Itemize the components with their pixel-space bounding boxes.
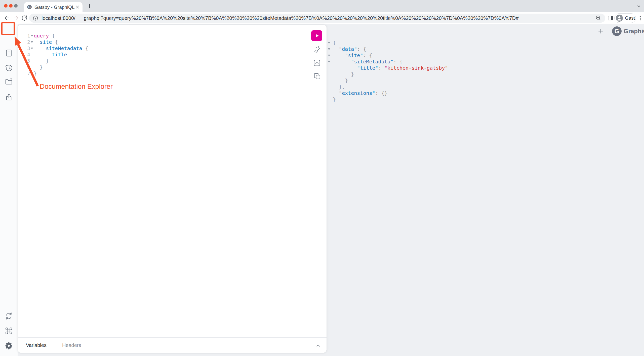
graphiql-logo-icon: G xyxy=(612,26,622,36)
new-tab-button[interactable] xyxy=(87,3,92,9)
code-text: site { xyxy=(34,39,58,45)
line-number: 7 xyxy=(18,70,30,77)
refetch-schema-icon[interactable] xyxy=(5,312,13,320)
browser-tab[interactable]: G Gatsby - GraphiQL xyxy=(24,2,83,12)
history-icon[interactable] xyxy=(5,63,13,72)
back-button[interactable] xyxy=(4,15,10,21)
code-text: } xyxy=(333,77,348,84)
add-tab-button[interactable] xyxy=(597,28,604,34)
browser-toolbar: localhost:8000/___graphql?query=query%20… xyxy=(0,12,644,24)
play-icon xyxy=(313,32,320,39)
code-text: "data": { xyxy=(333,46,366,52)
query-code-line[interactable]: 5 } xyxy=(18,58,88,64)
tab-search-chevron-icon[interactable] xyxy=(636,4,641,9)
editor-tools: Variables Headers xyxy=(18,337,327,353)
browser-menu-button[interactable] xyxy=(637,15,643,21)
code-text: "site": { xyxy=(333,52,372,59)
query-editor[interactable]: 1query {2 site {3 siteMetadata {4 title5… xyxy=(18,33,88,77)
code-text: } xyxy=(333,96,336,103)
fold-toggle xyxy=(30,52,34,58)
query-code-line[interactable]: 2 site { xyxy=(18,39,88,45)
line-number: 3 xyxy=(18,45,30,52)
window-close-button[interactable] xyxy=(4,4,8,8)
code-text: } xyxy=(34,58,49,64)
copy-icon[interactable] xyxy=(313,72,321,80)
fold-toggle xyxy=(30,58,34,64)
url-text: localhost:8000/___graphql?query=query%20… xyxy=(42,15,595,21)
line-number: 6 xyxy=(18,64,30,70)
fold-toggle xyxy=(30,70,34,77)
profile-label: Gast xyxy=(625,15,635,21)
response-code-line: } xyxy=(328,77,448,84)
graphiql-logo-label: GraphiQL xyxy=(624,28,644,35)
code-text: } xyxy=(34,64,43,70)
fold-toggle[interactable] xyxy=(328,59,333,65)
line-number: 5 xyxy=(18,58,30,64)
response-code-line: "extensions": {} xyxy=(328,90,448,96)
line-number: 4 xyxy=(18,52,30,58)
forward-button[interactable] xyxy=(13,15,19,21)
address-bar[interactable]: localhost:8000/___graphql?query=query%20… xyxy=(29,14,605,23)
fold-toggle[interactable] xyxy=(30,45,34,52)
fold-toggle[interactable] xyxy=(30,39,34,45)
fold-toggle xyxy=(328,84,333,90)
code-text: "extensions": {} xyxy=(333,90,387,96)
line-number: 1 xyxy=(18,33,30,39)
code-text: }, xyxy=(333,84,345,90)
window-minimize-button[interactable] xyxy=(9,4,13,8)
tab-strip: G Gatsby - GraphiQL xyxy=(0,0,644,12)
zoom-indicator-icon[interactable] xyxy=(595,15,602,21)
annotation-label: Documentation Explorer xyxy=(40,83,113,91)
graphiql-app: 1query {2 site {3 siteMetadata {4 title5… xyxy=(0,24,644,356)
graphiql-sidebar xyxy=(0,24,18,356)
variables-tab[interactable]: Variables xyxy=(26,342,47,348)
merge-icon[interactable] xyxy=(313,59,321,67)
fold-toggle[interactable] xyxy=(328,46,333,52)
query-code-line[interactable]: 7} xyxy=(18,70,88,77)
fold-toggle xyxy=(328,77,333,84)
side-panel-button[interactable] xyxy=(607,15,614,21)
tab-close-icon[interactable] xyxy=(75,5,79,9)
query-session-pane: 1query {2 site {3 siteMetadata {4 title5… xyxy=(18,25,327,353)
response-code-line: "site": { xyxy=(328,52,448,59)
headers-tab[interactable]: Headers xyxy=(62,342,81,348)
fold-toggle xyxy=(328,96,333,103)
fold-toggle[interactable] xyxy=(328,52,333,59)
query-code-line[interactable]: 3 siteMetadata { xyxy=(18,45,88,52)
response-code-line: } xyxy=(328,96,448,103)
site-info-icon[interactable] xyxy=(32,15,38,21)
line-number: 2 xyxy=(18,39,30,45)
docs-explorer-icon[interactable] xyxy=(5,49,13,57)
response-code-line: { xyxy=(328,40,448,46)
tab-favicon-gatsby-icon: G xyxy=(27,5,32,9)
code-text: "title": "kitchen-sink-gatsby" xyxy=(333,65,448,71)
query-code-line[interactable]: 6 } xyxy=(18,64,88,70)
query-code-line[interactable]: 4 title xyxy=(18,52,88,58)
settings-icon[interactable] xyxy=(5,341,13,350)
prettify-icon[interactable] xyxy=(313,45,321,53)
code-text: siteMetadata { xyxy=(34,45,88,52)
fold-toggle xyxy=(328,90,333,96)
profile-button[interactable]: Gast xyxy=(614,13,636,23)
execute-query-button[interactable] xyxy=(311,30,322,41)
open-collection-icon[interactable] xyxy=(5,77,13,86)
share-icon[interactable] xyxy=(5,93,13,101)
response-code-line: } xyxy=(328,71,448,77)
code-text: title xyxy=(34,52,67,58)
shortcuts-icon[interactable] xyxy=(5,327,13,335)
fold-toggle xyxy=(328,71,333,77)
fold-toggle[interactable] xyxy=(30,33,34,39)
reload-button[interactable] xyxy=(21,15,28,21)
fold-toggle xyxy=(30,64,34,70)
window-zoom-button[interactable] xyxy=(14,4,18,8)
code-text: } xyxy=(333,71,354,77)
code-text: query { xyxy=(34,33,55,39)
tab-title: Gatsby - GraphiQL xyxy=(34,5,74,10)
response-code-line: }, xyxy=(328,84,448,90)
response-viewer: { "data": { "site": { "siteMetadata": { … xyxy=(328,40,448,103)
fold-toggle xyxy=(328,65,333,71)
query-code-line[interactable]: 1query { xyxy=(18,33,88,39)
fold-toggle[interactable] xyxy=(328,40,333,46)
collapse-editor-tools-icon[interactable] xyxy=(315,343,321,348)
response-code-line: "data": { xyxy=(328,46,448,52)
